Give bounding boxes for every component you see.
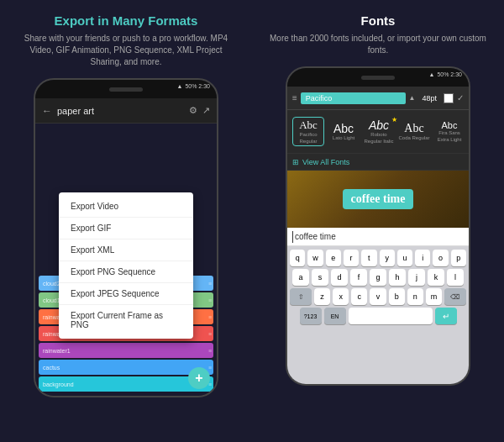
key-z[interactable]: z	[314, 288, 330, 305]
font-preview-lato: Abc	[333, 122, 354, 135]
status-bar-right: ▲ 50% 2:30	[428, 71, 462, 77]
key-h[interactable]: h	[389, 269, 406, 286]
key-y[interactable]: y	[380, 250, 395, 266]
key-c[interactable]: c	[351, 288, 367, 305]
export-gif-item[interactable]: Export GIF	[59, 218, 193, 239]
phone-left: ▲ 50% 2:30 ← paper art ⚙ ↗ Export Video …	[34, 78, 218, 397]
key-j[interactable]: j	[408, 269, 425, 286]
view-all-fonts-row[interactable]: ⊞ View All Fonts	[287, 154, 469, 171]
status-bar-left: ▲ 50% 2:30	[176, 83, 210, 89]
key-p[interactable]: p	[451, 250, 466, 266]
export-xml-item[interactable]: Export XML	[59, 239, 193, 261]
key-s[interactable]: s	[312, 269, 328, 286]
track-background[interactable]: background ≡	[39, 376, 213, 392]
key-t[interactable]: t	[361, 250, 376, 266]
font-option-pacifico[interactable]: Abc PacificoRegular	[292, 117, 324, 145]
key-k[interactable]: k	[428, 269, 444, 286]
keyboard: q w e r t y u i o p a s d f g h j k l	[287, 246, 469, 384]
keyboard-row-1: q w e r t y u i o p	[290, 250, 466, 266]
track-handle: ≡	[208, 331, 212, 337]
keyboard-row-4: ?123 EN ↵	[290, 308, 466, 324]
back-arrow-icon[interactable]: ←	[42, 105, 52, 117]
share-icon[interactable]: ↗	[202, 105, 210, 116]
track-handle: ≡	[208, 281, 212, 287]
key-u[interactable]: u	[397, 250, 412, 266]
canvas-text-overlay: coffee time	[343, 189, 414, 209]
left-subtext: Share with your friends or push to a pro…	[8, 33, 244, 68]
symbols-key[interactable]: ?123	[300, 308, 322, 324]
text-input-row[interactable]: coffee time	[287, 228, 469, 246]
text-input-value[interactable]: coffee time	[295, 232, 336, 241]
confirm-icon[interactable]: ✓	[457, 93, 464, 103]
key-r[interactable]: r	[344, 250, 359, 266]
chevron-up-icon[interactable]: ▲	[409, 94, 416, 102]
key-f[interactable]: f	[350, 269, 367, 286]
font-label-roboto-italic: RobotoRegular Italic	[364, 132, 393, 144]
key-a[interactable]: a	[292, 269, 309, 286]
add-layer-button[interactable]: +	[188, 367, 210, 389]
key-x[interactable]: x	[333, 288, 349, 305]
export-dropdown: Export Video Export GIF Export XML Expor…	[59, 192, 193, 339]
key-v[interactable]: v	[370, 288, 386, 305]
font-label-fira: Fira SansExtra Light	[438, 130, 462, 142]
speaker-right	[361, 76, 395, 80]
right-panel: Fonts More than 2000 fonts included, or …	[252, 0, 504, 442]
export-video-item[interactable]: Export Video	[59, 196, 193, 218]
phone-notch-right: ▲ 50% 2:30	[287, 68, 469, 87]
right-headline: Fonts	[361, 13, 396, 28]
canvas-preview: coffee time	[287, 171, 469, 228]
export-current-frame-item[interactable]: Export Current Frame as PNG	[59, 305, 193, 335]
shift-key[interactable]: ⇧	[290, 288, 312, 305]
right-subtext: More than 2000 fonts included, or import…	[260, 33, 496, 56]
font-name-display[interactable]: Pacifico	[301, 92, 406, 104]
track-handle: ≡	[208, 365, 212, 371]
key-l[interactable]: l	[447, 269, 464, 286]
star-badge: ★	[391, 116, 397, 124]
header-icons: ⚙ ↗	[189, 105, 210, 116]
font-options-row: Abc PacificoRegular Abc Lato Light Abc R…	[287, 110, 469, 154]
language-key[interactable]: EN	[324, 308, 346, 324]
font-option-coda[interactable]: Abc Coda Regular	[398, 122, 430, 141]
track-cactus[interactable]: cactus ≡	[39, 360, 213, 375]
key-o[interactable]: o	[433, 250, 448, 266]
phone-notch-left: ▲ 50% 2:30	[35, 80, 217, 98]
settings-icon[interactable]: ⚙	[189, 105, 197, 116]
font-preview-roboto-italic: Abc	[369, 118, 389, 132]
key-d[interactable]: d	[331, 269, 348, 286]
key-b[interactable]: b	[389, 288, 405, 305]
keyboard-row-3: ⇧ z x c v b n m ⌫	[290, 288, 466, 305]
enter-key[interactable]: ↵	[435, 308, 457, 324]
backspace-key[interactable]: ⌫	[444, 288, 466, 305]
font-option-lato[interactable]: Abc Lato Light	[328, 122, 360, 141]
phone-right: ▲ 50% 2:30 ≡ Pacifico ▲ 48pt ✓ Abc Pacif…	[286, 66, 470, 386]
left-panel: Export in Many Formats Share with your f…	[0, 0, 252, 442]
signal-icon: ▲	[176, 83, 182, 89]
speaker-left	[109, 87, 143, 92]
font-label-lato: Lato Light	[333, 135, 354, 141]
key-g[interactable]: g	[370, 269, 386, 286]
font-option-roboto-italic[interactable]: Abc RobotoRegular Italic ★	[363, 118, 395, 144]
font-label-coda: Coda Regular	[398, 135, 429, 141]
app-title: paper art	[57, 106, 184, 116]
color-picker[interactable]	[444, 93, 454, 103]
space-key[interactable]	[349, 308, 433, 324]
track-handle: ≡	[208, 348, 212, 354]
key-m[interactable]: m	[426, 288, 442, 305]
font-option-fira[interactable]: Abc Fira SansExtra Light	[433, 120, 465, 142]
menu-icon[interactable]: ≡	[292, 93, 297, 103]
track-handle: ≡	[208, 314, 212, 320]
key-e[interactable]: e	[326, 250, 341, 266]
key-n[interactable]: n	[407, 288, 423, 305]
left-headline: Export in Many Formats	[55, 13, 198, 28]
key-w[interactable]: w	[307, 250, 323, 266]
export-jpeg-seq-item[interactable]: Export JPEG Sequence	[59, 283, 193, 305]
key-q[interactable]: q	[290, 250, 305, 266]
export-png-seq-item[interactable]: Export PNG Sequence	[59, 261, 193, 283]
track-rainwater1[interactable]: rainwater1 ≡	[39, 343, 213, 358]
font-preview-fira: Abc	[442, 120, 458, 130]
key-i[interactable]: i	[415, 250, 430, 266]
font-size-display[interactable]: 48pt	[418, 92, 440, 104]
font-preview-coda: Abc	[404, 122, 423, 135]
app-header-left: ← paper art ⚙ ↗	[35, 98, 217, 124]
view-all-fonts-label[interactable]: View All Fonts	[302, 158, 349, 166]
